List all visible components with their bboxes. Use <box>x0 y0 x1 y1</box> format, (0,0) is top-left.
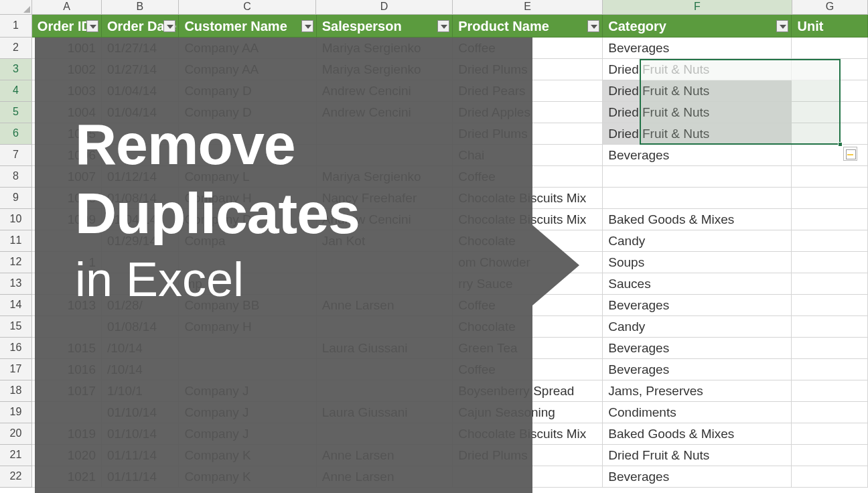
row-header-5[interactable]: 5 <box>0 102 32 123</box>
cell-D12[interactable] <box>317 252 453 273</box>
cell-A13[interactable] <box>32 273 102 295</box>
cell-B10[interactable]: 01/04/14 <box>102 209 179 230</box>
cell-C15[interactable]: Company H <box>179 316 316 338</box>
cell-C7[interactable] <box>179 145 316 166</box>
cell-F2[interactable]: Beverages <box>603 38 792 59</box>
cell-C11[interactable]: Compa <box>179 230 316 252</box>
cell-C5[interactable]: Company D <box>179 102 316 123</box>
row-header-20[interactable]: 20 <box>0 423 32 445</box>
row-header-4[interactable]: 4 <box>0 80 32 102</box>
cell-E11[interactable]: Chocolate <box>453 230 603 252</box>
cell-F4[interactable]: Dried Fruit & Nuts <box>603 80 792 102</box>
cell-G15[interactable] <box>792 316 868 338</box>
cell-D10[interactable]: Andrew Cencini <box>317 209 453 230</box>
row-header-17[interactable]: 17 <box>0 359 32 380</box>
cell-A2[interactable]: 1001 <box>32 38 102 59</box>
row-header-9[interactable]: 9 <box>0 188 32 209</box>
row-header-12[interactable]: 12 <box>0 252 32 273</box>
cell-C3[interactable]: Company AA <box>179 59 316 80</box>
cell-E14[interactable]: Coffee <box>453 295 603 316</box>
cell-E16[interactable]: Green Tea <box>453 338 603 359</box>
cell-C21[interactable]: Company K <box>179 445 316 466</box>
cell-E8[interactable]: Coffee <box>453 166 603 188</box>
cell-F17[interactable]: Beverages <box>603 359 792 380</box>
cell-C10[interactable]: Company D <box>179 209 316 230</box>
cell-B3[interactable]: 01/27/14 <box>102 59 179 80</box>
cell-E22[interactable] <box>453 466 603 488</box>
cell-A12[interactable]: 1 <box>32 252 102 273</box>
cell-C13[interactable]: mp <box>179 273 316 295</box>
cell-G18[interactable] <box>792 380 868 402</box>
cell-A10[interactable]: 1009 <box>32 209 102 230</box>
cell-D17[interactable] <box>317 359 453 380</box>
cell-F9[interactable] <box>603 188 792 209</box>
cell-B4[interactable]: 01/04/14 <box>102 80 179 102</box>
cell-B20[interactable]: 01/10/14 <box>102 423 179 445</box>
cell-F13[interactable]: Sauces <box>603 273 792 295</box>
cell-B13[interactable] <box>102 273 179 295</box>
header-salesperson[interactable]: Salesperson <box>317 15 453 38</box>
cell-A22[interactable]: 1021 <box>32 466 102 488</box>
cell-E18[interactable]: Boysenberry Spread <box>453 380 603 402</box>
cell-C16[interactable] <box>179 338 316 359</box>
cell-D15[interactable] <box>317 316 453 338</box>
cell-D19[interactable]: Laura Giussani <box>317 402 453 423</box>
header-order-id[interactable]: Order ID <box>32 15 102 38</box>
cell-F6[interactable]: Dried Fruit & Nuts <box>603 123 792 145</box>
cell-C9[interactable]: Company H <box>179 188 316 209</box>
cell-A9[interactable]: 1008 <box>32 188 102 209</box>
cell-C18[interactable]: Company J <box>179 380 316 402</box>
cell-F16[interactable]: Beverages <box>603 338 792 359</box>
cell-A21[interactable]: 1020 <box>32 445 102 466</box>
cell-A7[interactable]: 1006 <box>32 145 102 166</box>
row-header-21[interactable]: 21 <box>0 445 32 466</box>
row-header-16[interactable]: 16 <box>0 338 32 359</box>
cell-B11[interactable]: 01/29/14 <box>102 230 179 252</box>
cell-A17[interactable]: 1016 <box>32 359 102 380</box>
cell-G9[interactable] <box>792 188 868 209</box>
row-header-11[interactable]: 11 <box>0 230 32 252</box>
cell-G19[interactable] <box>792 402 868 423</box>
cell-E13[interactable]: rry Sauce <box>453 273 603 295</box>
col-header-B[interactable]: B <box>102 0 179 15</box>
cell-B5[interactable]: 01/04/14 <box>102 102 179 123</box>
row-header-18[interactable]: 18 <box>0 380 32 402</box>
cell-G4[interactable] <box>792 80 868 102</box>
col-header-A[interactable]: A <box>32 0 102 15</box>
cell-B15[interactable]: 01/08/14 <box>102 316 179 338</box>
select-all-corner[interactable] <box>0 0 32 15</box>
cell-D2[interactable]: Mariya Sergienko <box>317 38 453 59</box>
cell-F18[interactable]: Jams, Preserves <box>603 380 792 402</box>
cell-B6[interactable] <box>102 123 179 145</box>
col-header-D[interactable]: D <box>316 0 453 15</box>
cell-E15[interactable]: Chocolate <box>453 316 603 338</box>
col-header-C[interactable]: C <box>179 0 316 15</box>
cell-G5[interactable] <box>792 102 868 123</box>
cell-F21[interactable]: Dried Fruit & Nuts <box>603 445 792 466</box>
cell-D7[interactable] <box>317 145 453 166</box>
cell-D16[interactable]: Laura Giussani <box>317 338 453 359</box>
cell-A14[interactable]: 1013 <box>32 295 102 316</box>
cell-A5[interactable]: 1004 <box>32 102 102 123</box>
cell-B22[interactable]: 01/11/14 <box>102 466 179 488</box>
cell-E20[interactable]: Chocolate Biscuits Mix <box>453 423 603 445</box>
cell-E6[interactable]: Dried Plums <box>453 123 603 145</box>
cell-B16[interactable]: /10/14 <box>102 338 179 359</box>
cell-C14[interactable]: Company BB <box>179 295 316 316</box>
cell-B9[interactable]: 01/08/14 <box>102 188 179 209</box>
quick-analysis-button[interactable] <box>843 147 857 161</box>
cell-F15[interactable]: Candy <box>603 316 792 338</box>
header-customer-name[interactable]: Customer Name <box>179 15 316 38</box>
cell-F19[interactable]: Condiments <box>603 402 792 423</box>
fill-handle[interactable] <box>838 142 843 147</box>
cell-G11[interactable] <box>792 230 868 252</box>
cell-A18[interactable]: 1017 <box>32 380 102 402</box>
cell-A20[interactable]: 1019 <box>32 423 102 445</box>
row-header-2[interactable]: 2 <box>0 38 32 59</box>
cell-G20[interactable] <box>792 423 868 445</box>
cell-D8[interactable]: Mariya Sergienko <box>317 166 453 188</box>
cell-C19[interactable]: Company J <box>179 402 316 423</box>
cell-B17[interactable]: /10/14 <box>102 359 179 380</box>
cell-A3[interactable]: 1002 <box>32 59 102 80</box>
cell-F7[interactable]: Beverages <box>603 145 792 166</box>
